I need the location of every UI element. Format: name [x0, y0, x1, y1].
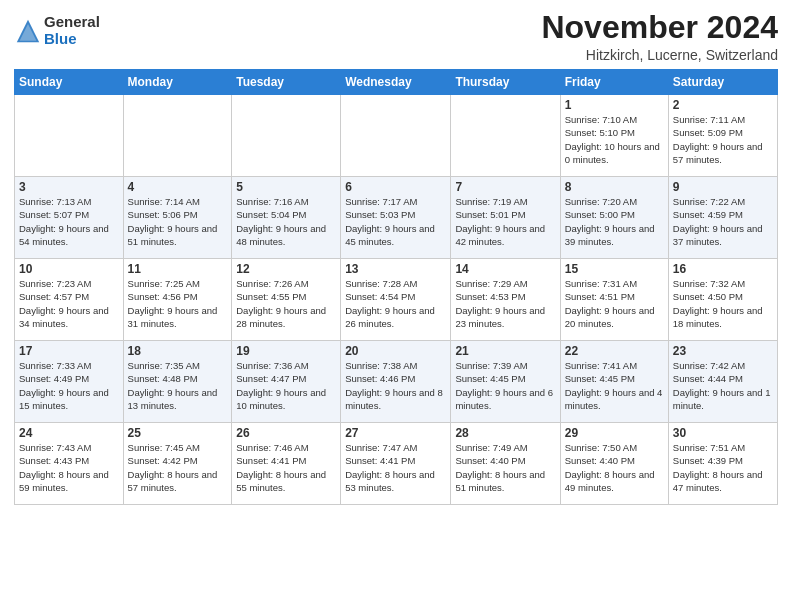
calendar-cell: 16Sunrise: 7:32 AM Sunset: 4:50 PM Dayli…	[668, 259, 777, 341]
calendar-cell: 29Sunrise: 7:50 AM Sunset: 4:40 PM Dayli…	[560, 423, 668, 505]
calendar-cell: 1Sunrise: 7:10 AM Sunset: 5:10 PM Daylig…	[560, 95, 668, 177]
day-number: 18	[128, 344, 228, 358]
day-info: Sunrise: 7:10 AM Sunset: 5:10 PM Dayligh…	[565, 113, 664, 166]
logo-blue: Blue	[44, 31, 100, 48]
calendar-header-row: SundayMondayTuesdayWednesdayThursdayFrid…	[15, 70, 778, 95]
calendar-cell: 2Sunrise: 7:11 AM Sunset: 5:09 PM Daylig…	[668, 95, 777, 177]
day-info: Sunrise: 7:41 AM Sunset: 4:45 PM Dayligh…	[565, 359, 664, 412]
calendar-cell: 22Sunrise: 7:41 AM Sunset: 4:45 PM Dayli…	[560, 341, 668, 423]
day-info: Sunrise: 7:45 AM Sunset: 4:42 PM Dayligh…	[128, 441, 228, 494]
day-number: 10	[19, 262, 119, 276]
day-number: 1	[565, 98, 664, 112]
day-number: 17	[19, 344, 119, 358]
day-info: Sunrise: 7:46 AM Sunset: 4:41 PM Dayligh…	[236, 441, 336, 494]
day-number: 20	[345, 344, 446, 358]
calendar-cell: 18Sunrise: 7:35 AM Sunset: 4:48 PM Dayli…	[123, 341, 232, 423]
month-title: November 2024	[541, 10, 778, 45]
day-info: Sunrise: 7:23 AM Sunset: 4:57 PM Dayligh…	[19, 277, 119, 330]
logo: General Blue	[14, 14, 100, 47]
location: Hitzkirch, Lucerne, Switzerland	[541, 47, 778, 63]
calendar-week-row: 17Sunrise: 7:33 AM Sunset: 4:49 PM Dayli…	[15, 341, 778, 423]
day-number: 13	[345, 262, 446, 276]
day-info: Sunrise: 7:32 AM Sunset: 4:50 PM Dayligh…	[673, 277, 773, 330]
calendar-cell: 28Sunrise: 7:49 AM Sunset: 4:40 PM Dayli…	[451, 423, 560, 505]
day-info: Sunrise: 7:47 AM Sunset: 4:41 PM Dayligh…	[345, 441, 446, 494]
day-info: Sunrise: 7:49 AM Sunset: 4:40 PM Dayligh…	[455, 441, 555, 494]
weekday-header: Thursday	[451, 70, 560, 95]
calendar-cell: 21Sunrise: 7:39 AM Sunset: 4:45 PM Dayli…	[451, 341, 560, 423]
day-info: Sunrise: 7:20 AM Sunset: 5:00 PM Dayligh…	[565, 195, 664, 248]
calendar-cell: 23Sunrise: 7:42 AM Sunset: 4:44 PM Dayli…	[668, 341, 777, 423]
day-info: Sunrise: 7:26 AM Sunset: 4:55 PM Dayligh…	[236, 277, 336, 330]
day-info: Sunrise: 7:11 AM Sunset: 5:09 PM Dayligh…	[673, 113, 773, 166]
day-number: 25	[128, 426, 228, 440]
day-info: Sunrise: 7:51 AM Sunset: 4:39 PM Dayligh…	[673, 441, 773, 494]
calendar-cell: 9Sunrise: 7:22 AM Sunset: 4:59 PM Daylig…	[668, 177, 777, 259]
day-number: 5	[236, 180, 336, 194]
calendar-cell: 20Sunrise: 7:38 AM Sunset: 4:46 PM Dayli…	[341, 341, 451, 423]
calendar-week-row: 10Sunrise: 7:23 AM Sunset: 4:57 PM Dayli…	[15, 259, 778, 341]
title-block: November 2024 Hitzkirch, Lucerne, Switze…	[541, 10, 778, 63]
calendar-cell: 11Sunrise: 7:25 AM Sunset: 4:56 PM Dayli…	[123, 259, 232, 341]
page-container: General Blue November 2024 Hitzkirch, Lu…	[0, 0, 792, 513]
calendar-cell: 15Sunrise: 7:31 AM Sunset: 4:51 PM Dayli…	[560, 259, 668, 341]
day-number: 29	[565, 426, 664, 440]
day-info: Sunrise: 7:28 AM Sunset: 4:54 PM Dayligh…	[345, 277, 446, 330]
day-info: Sunrise: 7:42 AM Sunset: 4:44 PM Dayligh…	[673, 359, 773, 412]
calendar-week-row: 3Sunrise: 7:13 AM Sunset: 5:07 PM Daylig…	[15, 177, 778, 259]
day-number: 14	[455, 262, 555, 276]
calendar-cell: 13Sunrise: 7:28 AM Sunset: 4:54 PM Dayli…	[341, 259, 451, 341]
calendar-cell: 24Sunrise: 7:43 AM Sunset: 4:43 PM Dayli…	[15, 423, 124, 505]
day-number: 30	[673, 426, 773, 440]
day-number: 26	[236, 426, 336, 440]
logo-general: General	[44, 14, 100, 31]
day-number: 28	[455, 426, 555, 440]
calendar-cell: 6Sunrise: 7:17 AM Sunset: 5:03 PM Daylig…	[341, 177, 451, 259]
day-info: Sunrise: 7:25 AM Sunset: 4:56 PM Dayligh…	[128, 277, 228, 330]
calendar-cell: 27Sunrise: 7:47 AM Sunset: 4:41 PM Dayli…	[341, 423, 451, 505]
calendar-cell: 4Sunrise: 7:14 AM Sunset: 5:06 PM Daylig…	[123, 177, 232, 259]
day-number: 21	[455, 344, 555, 358]
calendar-cell	[451, 95, 560, 177]
day-info: Sunrise: 7:29 AM Sunset: 4:53 PM Dayligh…	[455, 277, 555, 330]
day-number: 3	[19, 180, 119, 194]
logo-icon	[14, 17, 42, 45]
weekday-header: Sunday	[15, 70, 124, 95]
logo-text: General Blue	[44, 14, 100, 47]
calendar-cell	[232, 95, 341, 177]
day-number: 23	[673, 344, 773, 358]
calendar-week-row: 24Sunrise: 7:43 AM Sunset: 4:43 PM Dayli…	[15, 423, 778, 505]
calendar-cell: 17Sunrise: 7:33 AM Sunset: 4:49 PM Dayli…	[15, 341, 124, 423]
day-info: Sunrise: 7:22 AM Sunset: 4:59 PM Dayligh…	[673, 195, 773, 248]
calendar-cell	[123, 95, 232, 177]
calendar-cell	[15, 95, 124, 177]
day-number: 4	[128, 180, 228, 194]
day-number: 6	[345, 180, 446, 194]
day-info: Sunrise: 7:13 AM Sunset: 5:07 PM Dayligh…	[19, 195, 119, 248]
day-number: 19	[236, 344, 336, 358]
calendar-cell: 30Sunrise: 7:51 AM Sunset: 4:39 PM Dayli…	[668, 423, 777, 505]
day-info: Sunrise: 7:14 AM Sunset: 5:06 PM Dayligh…	[128, 195, 228, 248]
calendar-cell: 25Sunrise: 7:45 AM Sunset: 4:42 PM Dayli…	[123, 423, 232, 505]
calendar-table: SundayMondayTuesdayWednesdayThursdayFrid…	[14, 69, 778, 505]
weekday-header: Wednesday	[341, 70, 451, 95]
weekday-header: Friday	[560, 70, 668, 95]
calendar-cell: 5Sunrise: 7:16 AM Sunset: 5:04 PM Daylig…	[232, 177, 341, 259]
day-number: 16	[673, 262, 773, 276]
day-number: 2	[673, 98, 773, 112]
day-number: 22	[565, 344, 664, 358]
weekday-header: Tuesday	[232, 70, 341, 95]
calendar-cell	[341, 95, 451, 177]
day-info: Sunrise: 7:35 AM Sunset: 4:48 PM Dayligh…	[128, 359, 228, 412]
day-info: Sunrise: 7:43 AM Sunset: 4:43 PM Dayligh…	[19, 441, 119, 494]
day-number: 15	[565, 262, 664, 276]
day-number: 11	[128, 262, 228, 276]
calendar-cell: 19Sunrise: 7:36 AM Sunset: 4:47 PM Dayli…	[232, 341, 341, 423]
day-number: 8	[565, 180, 664, 194]
day-number: 12	[236, 262, 336, 276]
calendar-cell: 3Sunrise: 7:13 AM Sunset: 5:07 PM Daylig…	[15, 177, 124, 259]
day-number: 9	[673, 180, 773, 194]
calendar-cell: 10Sunrise: 7:23 AM Sunset: 4:57 PM Dayli…	[15, 259, 124, 341]
day-info: Sunrise: 7:16 AM Sunset: 5:04 PM Dayligh…	[236, 195, 336, 248]
day-info: Sunrise: 7:31 AM Sunset: 4:51 PM Dayligh…	[565, 277, 664, 330]
